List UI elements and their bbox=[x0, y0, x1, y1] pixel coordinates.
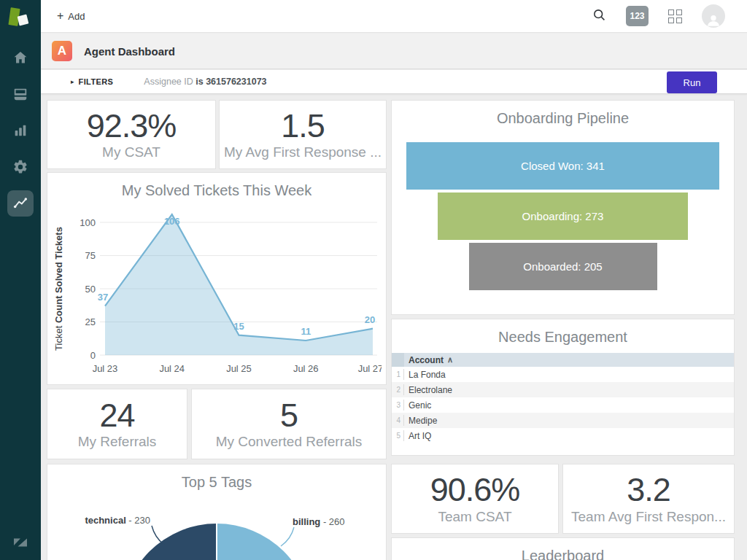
kpi-value: 90.6% bbox=[430, 472, 520, 507]
sidebar-item-settings[interactable] bbox=[0, 149, 41, 185]
table-body: 1La Fonda2Electrolane3Genic4Medipe5Art I… bbox=[392, 367, 734, 443]
filters-bar: ▸ FILTERS Assignee ID is 361576231073 Ru… bbox=[41, 70, 747, 94]
svg-text:50: 50 bbox=[85, 284, 96, 295]
table-row[interactable]: 4Medipe bbox=[392, 413, 734, 428]
sidebar-item-analytics-active[interactable] bbox=[0, 185, 41, 222]
svg-text:25: 25 bbox=[85, 316, 96, 327]
counter-badge[interactable]: 123 bbox=[626, 6, 649, 26]
kpi-team-avg-first-response: 3.2 Team Avg First Respon... bbox=[562, 464, 735, 534]
svg-text:Jul 23: Jul 23 bbox=[93, 363, 118, 374]
add-button[interactable]: + Add bbox=[57, 10, 85, 22]
kpi-label: Team CSAT bbox=[438, 509, 511, 525]
table-header-row: Account ∧ bbox=[392, 353, 734, 367]
home-icon bbox=[12, 50, 28, 66]
funnel-segment[interactable]: Closed Won: 341 bbox=[406, 142, 719, 190]
filter-description: Assignee ID is 361576231073 bbox=[144, 77, 266, 87]
sidebar bbox=[0, 0, 41, 560]
table-row[interactable]: 3Genic bbox=[392, 397, 734, 413]
top-tags-card: Top 5 Tags technical - 230 billing - 260 bbox=[47, 464, 387, 560]
dashboard-body: 92.3% My CSAT 1.5 My Avg First Response … bbox=[41, 95, 747, 560]
row-number-header bbox=[392, 353, 404, 367]
svg-text:37: 37 bbox=[98, 292, 108, 303]
topbar-right: 123 bbox=[592, 4, 747, 28]
row-number: 4 bbox=[392, 415, 404, 426]
onboarding-pipeline-card: Onboarding Pipeline Closed Won: 341Onboa… bbox=[391, 100, 735, 315]
page-title: Agent Dashboard bbox=[84, 45, 175, 58]
sort-asc-icon[interactable]: ∧ bbox=[447, 355, 453, 365]
needs-engagement-table: Account ∧ 1La Fonda2Electrolane3Genic4Me… bbox=[392, 353, 734, 443]
account-name: Genic bbox=[404, 400, 431, 411]
svg-text:20: 20 bbox=[365, 314, 375, 325]
svg-text:15: 15 bbox=[233, 321, 244, 332]
account-name: Medipe bbox=[404, 416, 437, 426]
kpi-value: 1.5 bbox=[281, 109, 325, 143]
svg-text:75: 75 bbox=[85, 250, 96, 261]
gear-icon bbox=[12, 159, 28, 175]
kpi-my-csat: 92.3% My CSAT bbox=[47, 100, 216, 169]
funnel-segment[interactable]: Onboarding: 273 bbox=[438, 192, 688, 240]
run-button[interactable]: Run bbox=[667, 71, 717, 93]
svg-text:11: 11 bbox=[301, 326, 311, 337]
dashboard-app-icon: A bbox=[52, 41, 72, 61]
leaderboard-card: Leaderboard bbox=[391, 537, 735, 560]
dashboard-header: A Agent Dashboard bbox=[41, 34, 747, 69]
sidebar-item-home[interactable] bbox=[0, 39, 41, 76]
solved-tickets-line-chart: 025507510037106151120Jul 23Jul 24Jul 25J… bbox=[52, 202, 382, 384]
sidebar-item-reports[interactable] bbox=[0, 112, 41, 149]
svg-text:Ticket Count Solved Tickets: Ticket Count Solved Tickets bbox=[53, 227, 64, 351]
row-number: 2 bbox=[392, 384, 404, 395]
chart-title: Top 5 Tags bbox=[47, 464, 386, 491]
kpi-team-csat: 90.6% Team CSAT bbox=[391, 464, 559, 534]
zendesk-logo[interactable] bbox=[12, 534, 29, 551]
table-row[interactable]: 2Electrolane bbox=[392, 382, 734, 397]
agent-dashboard-app: + Add 123 A Agent Dashboard ▸ FILTERS As… bbox=[0, 0, 747, 560]
chart-title: Onboarding Pipeline bbox=[392, 101, 734, 127]
kpi-my-referrals: 24 My Referrals bbox=[47, 389, 187, 459]
product-logo-white-shape bbox=[18, 15, 29, 26]
svg-text:100: 100 bbox=[80, 217, 96, 228]
table-row[interactable]: 5Art IQ bbox=[392, 428, 734, 443]
add-button-label: Add bbox=[68, 11, 85, 22]
filter-condition: is 361576231073 bbox=[196, 77, 266, 87]
sidebar-nav bbox=[0, 39, 41, 222]
kpi-my-converted-referrals: 5 My Converted Referrals bbox=[191, 389, 387, 459]
kpi-label: My Avg First Response ... bbox=[224, 144, 382, 160]
svg-text:106: 106 bbox=[164, 216, 180, 227]
solved-tickets-chart-card: My Solved Tickets This Week 025507510037… bbox=[47, 172, 387, 385]
kpi-value: 5 bbox=[280, 398, 298, 432]
kpi-value: 92.3% bbox=[87, 109, 177, 143]
avatar[interactable] bbox=[702, 4, 725, 28]
pie-slice-divider bbox=[216, 524, 217, 560]
onboarding-funnel-chart: Closed Won: 341Onboarding: 273Onboarded:… bbox=[392, 142, 734, 290]
right-column: Onboarding Pipeline Closed Won: 341Onboa… bbox=[391, 100, 735, 560]
row-number: 3 bbox=[392, 400, 404, 411]
account-name: La Fonda bbox=[404, 370, 446, 380]
chart-title: My Solved Tickets This Week bbox=[47, 173, 386, 199]
apps-grid-icon[interactable] bbox=[668, 9, 682, 23]
plus-icon: + bbox=[57, 10, 63, 22]
kpi-label: My Converted Referrals bbox=[216, 434, 363, 450]
table-row[interactable]: 1La Fonda bbox=[392, 367, 734, 382]
needs-engagement-card: Needs Engagement Account ∧ 1La Fonda2Ele… bbox=[391, 319, 735, 456]
kpi-label: My Referrals bbox=[78, 434, 157, 450]
filters-label: FILTERS bbox=[79, 77, 114, 86]
account-name: Art IQ bbox=[404, 431, 431, 441]
kpi-my-avg-first-response: 1.5 My Avg First Response ... bbox=[219, 100, 387, 169]
account-column-header[interactable]: Account ∧ bbox=[404, 355, 453, 365]
product-logo[interactable] bbox=[7, 5, 34, 31]
row-number: 5 bbox=[392, 430, 404, 441]
pie-label-billing: billing - 260 bbox=[293, 516, 345, 527]
inbox-icon bbox=[12, 86, 28, 102]
account-name: Electrolane bbox=[404, 385, 452, 395]
funnel-segment[interactable]: Onboarded: 205 bbox=[469, 243, 657, 290]
kpi-label: My CSAT bbox=[102, 144, 160, 160]
svg-text:Jul 25: Jul 25 bbox=[226, 363, 252, 374]
column-header-label: Account bbox=[409, 355, 444, 365]
row-number: 1 bbox=[392, 369, 404, 380]
pie-label-technical: technical - 230 bbox=[80, 515, 150, 526]
search-icon[interactable] bbox=[592, 8, 606, 25]
filters-toggle[interactable]: ▸ FILTERS bbox=[71, 77, 113, 86]
bar-chart-icon bbox=[12, 122, 28, 139]
sidebar-item-inbox[interactable] bbox=[0, 76, 41, 112]
svg-text:Jul 27: Jul 27 bbox=[358, 363, 382, 374]
